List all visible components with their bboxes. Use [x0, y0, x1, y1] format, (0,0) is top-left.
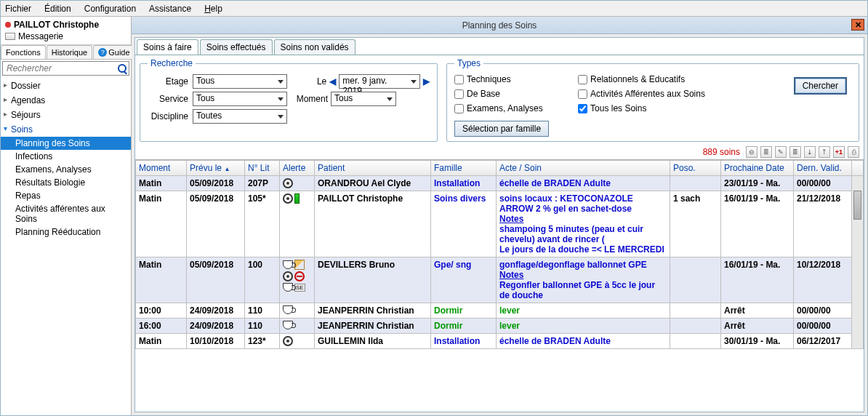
cell-alerte	[280, 176, 315, 191]
cell-poso	[670, 303, 721, 319]
tab-fonctions[interactable]: Fonctions	[1, 45, 46, 59]
cell-dern: 21/12/2018	[794, 191, 852, 257]
menu-configuration[interactable]: Configuration	[84, 4, 136, 14]
col-prevu[interactable]: Prévu le ▲	[187, 161, 245, 176]
chk-relationnels[interactable]: Relationnels & Educatifs	[578, 74, 705, 84]
main-panel: Planning des Soins ✕ Soins à faire Soins…	[132, 17, 867, 415]
tab-soins-non-valides[interactable]: Soins non validés	[274, 39, 355, 55]
cell-patient: PAILLOT Christophe	[315, 191, 431, 257]
tab-soins-effectues[interactable]: Soins effectués	[200, 39, 273, 55]
close-button[interactable]: ✕	[851, 19, 864, 31]
cell-prevu: 24/09/2018	[187, 303, 245, 319]
scrollbar[interactable]	[852, 176, 864, 349]
subnode-examens[interactable]: Examens, Analyses	[1, 163, 131, 176]
cell-moment: 16:00	[136, 319, 187, 334]
col-dern[interactable]: Dern. Valid.	[794, 161, 852, 176]
toolbar-icon-1[interactable]: ⊖	[746, 146, 758, 158]
table-header-row: Moment Prévu le ▲ N° Lit Alerte Patient …	[136, 161, 864, 176]
cell-moment: Matin	[136, 334, 187, 349]
col-acte[interactable]: Acte / Soin	[497, 161, 670, 176]
col-moment[interactable]: Moment	[136, 161, 187, 176]
subnode-infections[interactable]: Infections	[1, 150, 131, 163]
col-alerte[interactable]: Alerte	[280, 161, 315, 176]
cell-alerte	[280, 334, 315, 349]
tree-soins[interactable]: Soins	[1, 122, 131, 137]
toolbar-icon-plus1[interactable]: +1	[833, 146, 845, 158]
menu-edition[interactable]: Édition	[44, 4, 71, 14]
tree-sejours[interactable]: Séjours	[1, 108, 131, 122]
cell-acte: échelle de BRADEN Adulte	[497, 334, 670, 349]
table-row[interactable]: Matin 05/09/2018 105* PAILLOT Christophe…	[136, 191, 864, 257]
cell-lit: 110	[245, 319, 280, 334]
col-patient[interactable]: Patient	[315, 161, 431, 176]
chk-activites-afferentes[interactable]: Activités Afférentes aux Soins	[578, 89, 705, 99]
current-user-name: PAILLOT Christophe	[14, 20, 99, 30]
toolbar-icon-4[interactable]: ≣	[789, 146, 801, 158]
menu-help[interactable]: Help	[204, 4, 222, 14]
subnode-planning-reeducation[interactable]: Planning Rééducation	[1, 225, 131, 239]
tab-guide[interactable]: ?Guide	[93, 45, 134, 59]
cell-next: 30/01/19 - Ma.	[721, 334, 794, 349]
table-row[interactable]: Matin 10/10/2018 123* GUILLEMIN Ilda Ins…	[136, 334, 864, 349]
discipline-label: Discipline	[148, 111, 188, 121]
service-label: Service	[148, 94, 188, 104]
moment-select[interactable]: Tous	[331, 92, 396, 106]
print-icon[interactable]: ⎙	[848, 146, 859, 158]
cell-acte: lever	[497, 303, 670, 319]
search-icon[interactable]	[118, 64, 126, 73]
table-row[interactable]: 10:00 24/09/2018 110 JEANPERRIN Christia…	[136, 303, 864, 319]
date-select[interactable]: mer. 9 janv. 2019	[339, 74, 420, 89]
window-title: Planning des Soins	[462, 20, 537, 31]
sidebar-search[interactable]	[2, 61, 129, 76]
col-famille[interactable]: Famille	[431, 161, 497, 176]
table-row[interactable]: 16:00 24/09/2018 110 JEANPERRIN Christia…	[136, 319, 864, 334]
subnode-activites-afferentes[interactable]: Activités afférentes aux Soins	[1, 202, 131, 225]
toolbar-icon-5[interactable]: ⤓	[804, 146, 816, 158]
fieldset-recherche: Recherche EtageTous ServiceTous Discipli…	[140, 58, 438, 142]
col-poso[interactable]: Poso.	[670, 161, 721, 176]
tab-soins-a-faire[interactable]: Soins à faire	[137, 39, 198, 55]
messagerie-link[interactable]: Messagerie	[5, 31, 126, 41]
cell-prevu: 05/09/2018	[187, 191, 245, 257]
subnode-planning-soins[interactable]: Planning des Soins	[1, 137, 131, 150]
cell-famille: Soins divers	[431, 191, 497, 257]
cell-poso	[670, 257, 721, 303]
tree-agendas[interactable]: Agendas	[1, 93, 131, 108]
search-input[interactable]	[5, 63, 118, 74]
types-legend: Types	[454, 58, 483, 68]
chk-de-base[interactable]: De Base	[454, 89, 549, 99]
menu-assistance[interactable]: Assistance	[149, 4, 191, 14]
table-row[interactable]: Matin 05/09/2018 100 SE	[136, 257, 864, 303]
noentry-icon	[294, 271, 305, 281]
cell-famille: Dormir	[431, 319, 497, 334]
chk-examens[interactable]: Examens, Analyses	[454, 103, 549, 113]
discipline-select[interactable]: Toutes	[193, 109, 287, 124]
chercher-button[interactable]: Chercher	[794, 77, 847, 95]
date-next-button[interactable]: ▶	[423, 76, 430, 87]
col-prochaine[interactable]: Prochaine Date	[721, 161, 794, 176]
date-prev-button[interactable]: ◀	[329, 76, 336, 87]
toolbar-icon-3[interactable]: ✎	[775, 146, 787, 158]
cell-poso	[670, 334, 721, 349]
tab-historique[interactable]: Historique	[47, 45, 93, 59]
selection-famille-button[interactable]: Sélection par famille	[454, 121, 549, 137]
etage-label: Etage	[148, 76, 188, 87]
subnode-resultats-bio[interactable]: Résultats Biologie	[1, 176, 131, 189]
subnode-repas[interactable]: Repas	[1, 189, 131, 202]
scrollbar-thumb[interactable]	[853, 191, 861, 220]
col-lit[interactable]: N° Lit	[245, 161, 280, 176]
table-row[interactable]: Matin 05/09/2018 207P ORANDROU Ael Clyde…	[136, 176, 864, 191]
toolbar-icon-6[interactable]: ⤒	[819, 146, 830, 158]
service-select[interactable]: Tous	[193, 92, 287, 106]
cell-lit: 100	[245, 257, 280, 303]
cell-poso: 1 sach	[670, 191, 721, 257]
tree-dossier[interactable]: Dossier	[1, 79, 131, 93]
menu-fichier[interactable]: Fichier	[5, 4, 31, 14]
cell-famille: Dormir	[431, 303, 497, 319]
toolbar-icon-2[interactable]: ≣	[760, 146, 772, 158]
chk-tous-les-soins[interactable]: Tous les Soins	[578, 103, 705, 113]
chk-techniques[interactable]: Techniques	[454, 74, 549, 84]
cell-famille: Installation	[431, 334, 497, 349]
le-label: Le	[294, 76, 326, 87]
etage-select[interactable]: Tous	[193, 74, 287, 89]
